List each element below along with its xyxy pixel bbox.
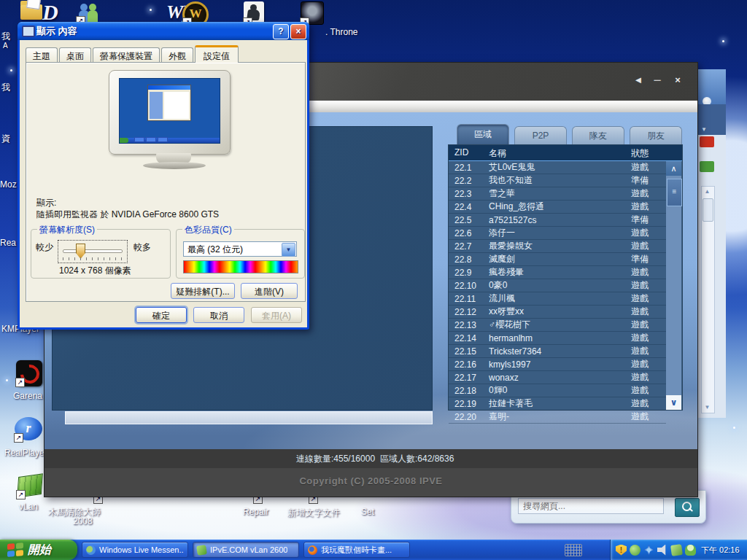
player-row[interactable]: 22.18 0輝0 遊戲 xyxy=(449,384,666,397)
vlan-label[interactable]: vLan xyxy=(19,502,38,512)
my-documents-folder-icon[interactable] xyxy=(20,4,42,20)
player-row[interactable]: 22.11 流川楓 遊戲 xyxy=(449,292,666,306)
desktop-label-cut[interactable]: A xyxy=(3,42,8,50)
realplayer-label[interactable]: RealPlayer xyxy=(4,448,47,458)
security-shield-icon[interactable]: ! xyxy=(616,545,627,556)
player-row[interactable]: 22.12 xx呀豐xx 遊戲 xyxy=(449,306,666,319)
player-name: a7521527cs xyxy=(489,215,631,225)
ok-button[interactable]: 確定 xyxy=(136,307,187,323)
repair-label[interactable]: Repair xyxy=(243,507,268,517)
start-button[interactable]: 開始 xyxy=(0,540,77,560)
msn-person-tray-icon[interactable] xyxy=(685,545,696,556)
new-text-doc-label[interactable]: 新增文字文件 xyxy=(287,507,340,519)
bg-window-red-badge[interactable] xyxy=(700,136,714,147)
dialog-tab-strip: 主題桌面螢幕保護裝置外觀設定值 xyxy=(26,45,240,63)
player-row[interactable]: 22.8 滅魔劍 準備 xyxy=(449,253,666,266)
player-row[interactable]: 22.9 瘋卷殘暈 遊戲 xyxy=(449,266,666,279)
search-button[interactable] xyxy=(675,498,700,517)
scroll-down-icon[interactable]: ∨ xyxy=(666,395,681,410)
dialog-tab[interactable]: 設定值 xyxy=(195,45,239,63)
player-row[interactable]: 22.6 添仔一 遊戲 xyxy=(449,227,666,240)
minimize-button[interactable]: ─ xyxy=(649,73,665,88)
messenger-tray-icon[interactable] xyxy=(630,545,640,556)
scroll-thumb[interactable]: ≡ xyxy=(667,179,682,206)
set-label[interactable]: Set xyxy=(361,507,374,517)
player-status: 準備 xyxy=(631,214,666,226)
vlan-tab[interactable]: 區域 xyxy=(457,124,509,144)
bg-window-scrollbar[interactable]: ▲ ▼ xyxy=(701,186,715,413)
chevron-down-icon[interactable]: ▼ xyxy=(282,243,295,257)
resolution-group-title: 螢幕解析度(S) xyxy=(37,224,97,236)
help-button[interactable]: ? xyxy=(273,24,289,39)
troubleshoot-button[interactable]: 疑難排解(T)... xyxy=(171,283,235,299)
vlan-tab[interactable]: 隊友 xyxy=(572,126,624,144)
language-keyboard-icon[interactable] xyxy=(565,544,582,556)
task-button[interactable]: 我玩魔獸個時卡畫... xyxy=(303,542,410,558)
player-row[interactable]: 22.16 kmyls1997 遊戲 xyxy=(449,358,666,371)
dialog-titlebar[interactable]: 顯示 內容 ? × xyxy=(18,22,309,40)
scroll-up-icon[interactable]: ∧ xyxy=(666,161,681,176)
color-quality-group: 色彩品質(C) 最高 (32 位元) ▼ xyxy=(176,229,305,279)
mini-window-titlebar xyxy=(148,85,190,90)
player-row[interactable]: 22.2 我也不知道 準備 xyxy=(449,174,666,187)
player-zid: 22.3 xyxy=(449,189,489,199)
player-row[interactable]: 22.5 a7521527cs 準備 xyxy=(449,214,666,227)
apply-button[interactable]: 套用(A) xyxy=(251,307,302,323)
vlan-chat-input[interactable] xyxy=(65,411,433,424)
resolution-slider[interactable] xyxy=(58,240,128,263)
player-row[interactable]: 22.14 hermanlhm 遊戲 xyxy=(449,332,666,345)
bg-window-collapse[interactable]: ▼ xyxy=(698,104,726,135)
star-sparkle xyxy=(722,40,724,42)
script-d-app-icon[interactable]: D xyxy=(42,0,58,25)
task-button[interactable]: IPvE.COM vLan 2600 xyxy=(193,542,299,558)
back-button[interactable]: ◄ xyxy=(630,73,646,88)
dialog-tab-label: 設定值 xyxy=(204,51,230,61)
bg-scroll-down-icon[interactable]: ▼ xyxy=(702,402,713,413)
frozen-throne-label[interactable]: . Throne xyxy=(325,27,357,37)
player-status: 遊戲 xyxy=(631,358,666,370)
volume-icon[interactable] xyxy=(657,545,668,556)
close-button[interactable]: × xyxy=(670,73,686,88)
dialog-tab-label: 外觀 xyxy=(169,51,186,61)
bg-window-green-badge[interactable] xyxy=(700,161,714,172)
taskbar-clock[interactable]: 下午 02:16 xyxy=(701,545,740,556)
dialog-tab[interactable]: 螢幕保護裝置 xyxy=(93,47,160,63)
player-row[interactable]: 22.19 拉鏈卡著毛 遊戲 xyxy=(449,397,666,411)
trojan-cleaner-label-2[interactable]: 2008 xyxy=(73,516,93,526)
player-row[interactable]: 22.13 ♂櫻花樹下 遊戲 xyxy=(449,319,666,332)
player-row[interactable]: 22.3 雪之華 遊戲 xyxy=(449,187,666,201)
player-zid: 22.17 xyxy=(449,373,489,383)
color-quality-dropdown[interactable]: 最高 (32 位元) ▼ xyxy=(183,241,297,257)
star-tray-icon[interactable] xyxy=(643,545,654,556)
player-row[interactable]: 22.17 wonaxz 遊戲 xyxy=(449,371,666,384)
desktop-label-cut[interactable]: Moz xyxy=(0,179,17,190)
display-label: 顯示: xyxy=(36,197,56,209)
bg-scroll-up-icon[interactable]: ▲ xyxy=(702,187,713,197)
dialog-tab[interactable]: 主題 xyxy=(26,47,58,63)
dialog-tab[interactable]: 桌面 xyxy=(59,47,91,63)
player-row[interactable]: 22.7 最愛操靚女 遊戲 xyxy=(449,240,666,253)
slider-thumb[interactable] xyxy=(76,244,85,259)
garena-label[interactable]: Garena xyxy=(13,391,42,401)
close-button[interactable]: × xyxy=(290,24,306,39)
player-row[interactable]: 22.10 0豪0 遊戲 xyxy=(449,279,666,292)
desktop-label-cut[interactable]: 我 xyxy=(1,82,10,94)
player-row[interactable]: 22.15 Trickster7364 遊戲 xyxy=(449,345,666,358)
search-input[interactable] xyxy=(518,498,664,514)
task-button[interactable]: Windows Live Messen... xyxy=(82,542,188,558)
vlan-tab[interactable]: 朋友 xyxy=(630,126,682,144)
vlan-tab[interactable]: P2P xyxy=(514,126,567,144)
desktop-label-cut[interactable]: 資 xyxy=(1,133,10,145)
bg-scroll-thumb[interactable] xyxy=(703,198,713,222)
desktop-label-cut[interactable]: Rea xyxy=(0,238,16,248)
network-card-icon[interactable] xyxy=(670,544,683,556)
task-icon xyxy=(196,545,207,556)
player-row[interactable]: 22.4 CHing_忽得通 遊戲 xyxy=(449,201,666,214)
player-list-scrollbar[interactable]: ∧ ≡ ∨ xyxy=(666,161,681,410)
dialog-tab[interactable]: 外觀 xyxy=(161,47,193,63)
player-row[interactable]: 22.1 艾L0vE鬼鬼 遊戲 xyxy=(449,161,666,174)
advanced-button[interactable]: 進階(V) xyxy=(241,283,298,299)
player-row[interactable]: 22.20 嘉明- 遊戲 xyxy=(449,411,666,424)
player-status: 遊戲 xyxy=(631,187,666,200)
cancel-button[interactable]: 取消 xyxy=(193,307,244,323)
